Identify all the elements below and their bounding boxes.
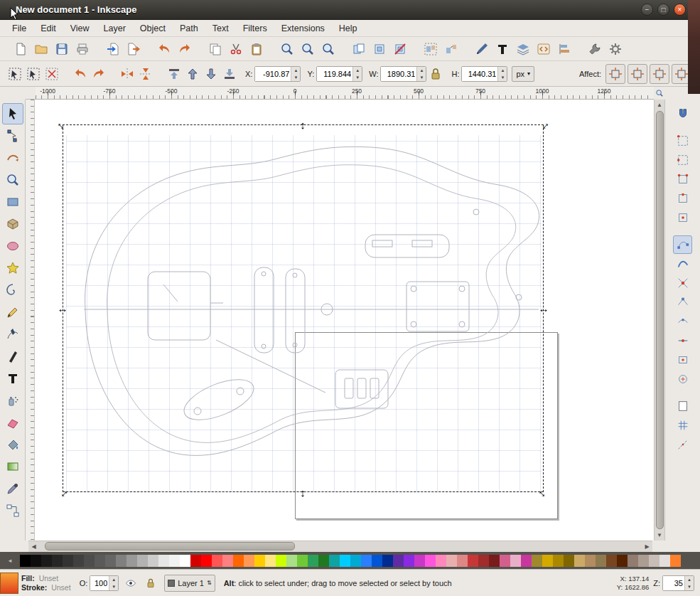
menu-path[interactable]: Path xyxy=(173,21,205,36)
new-document-button[interactable] xyxy=(10,38,31,59)
menu-edit[interactable]: Edit xyxy=(34,21,63,36)
box3d-tool[interactable] xyxy=(2,213,23,235)
snap-path-intersections-toggle[interactable] xyxy=(673,274,692,292)
palette-swatch[interactable] xyxy=(564,555,574,567)
connector-tool[interactable] xyxy=(2,500,23,521)
fill-stroke-indicator[interactable] xyxy=(0,573,18,594)
ellipse-tool[interactable] xyxy=(2,235,23,257)
export-button[interactable] xyxy=(123,38,144,59)
lower-button[interactable] xyxy=(202,65,220,83)
palette-swatch[interactable] xyxy=(404,555,414,567)
snap-nodes-toggle[interactable] xyxy=(673,235,692,254)
zoom-tool[interactable] xyxy=(2,169,23,191)
vertical-scrollbar[interactable]: ▲ ▼ xyxy=(654,100,664,541)
layers-dialog-button[interactable] xyxy=(512,38,533,59)
text-tool[interactable] xyxy=(2,368,23,389)
snap-guides-toggle[interactable] xyxy=(673,435,692,454)
palette-swatch[interactable] xyxy=(542,555,553,567)
canvas[interactable]: ↔ ↕ ↔ ↔ ↔ ↔ ↕ ↔ xyxy=(26,100,654,541)
ungroup-button[interactable] xyxy=(441,38,461,59)
lock-width-height-toggle[interactable] xyxy=(426,65,445,83)
palette-swatch[interactable] xyxy=(489,555,500,567)
spiral-tool[interactable] xyxy=(2,280,23,301)
palette-swatch[interactable] xyxy=(638,555,649,567)
palette-swatch[interactable] xyxy=(521,555,532,567)
rotate-ccw-button[interactable] xyxy=(71,65,90,83)
palette-swatch[interactable] xyxy=(670,555,681,567)
zoom-input[interactable]: ▲▼ xyxy=(662,575,694,591)
palette-swatch[interactable] xyxy=(286,555,297,567)
palette-swatch[interactable] xyxy=(148,555,158,567)
group-button[interactable] xyxy=(420,38,441,59)
height-input[interactable]: ▲▼ xyxy=(461,66,507,82)
palette-swatch[interactable] xyxy=(222,555,233,567)
palette-swatch[interactable] xyxy=(574,555,585,567)
copy-button[interactable] xyxy=(205,38,225,59)
duplicate-button[interactable] xyxy=(348,38,369,59)
palette-swatch[interactable] xyxy=(414,555,425,567)
horizontal-scroll-thumb[interactable] xyxy=(45,542,295,550)
palette-swatch[interactable] xyxy=(190,555,201,567)
scroll-up-arrow[interactable]: ▲ xyxy=(655,100,665,110)
palette-swatch[interactable] xyxy=(532,555,542,567)
cut-button[interactable] xyxy=(225,38,246,59)
palette-swatch[interactable] xyxy=(329,555,340,567)
paint-bucket-tool[interactable] xyxy=(2,434,23,455)
palette-swatch[interactable] xyxy=(372,555,382,567)
palette-swatch[interactable] xyxy=(297,555,308,567)
palette-swatch[interactable] xyxy=(73,555,84,567)
star-tool[interactable] xyxy=(2,257,23,279)
palette-swatch[interactable] xyxy=(553,555,564,567)
vertical-ruler[interactable] xyxy=(26,100,35,541)
open-document-button[interactable] xyxy=(31,38,51,59)
palette-swatch[interactable] xyxy=(361,555,372,567)
quick-zoom-button[interactable] xyxy=(654,87,664,100)
minimize-button[interactable]: − xyxy=(641,4,653,16)
palette-swatch[interactable] xyxy=(52,555,63,567)
palette-swatch[interactable] xyxy=(457,555,468,567)
align-dialog-button[interactable] xyxy=(554,38,574,59)
horizontal-ruler[interactable]: -1000-750-500-250025050075010001250 xyxy=(36,87,654,100)
width-input[interactable]: ▲▼ xyxy=(380,66,426,82)
palette-swatch[interactable] xyxy=(126,555,137,567)
layer-selector[interactable]: Layer 1 ⇅ xyxy=(164,575,215,592)
close-button[interactable]: × xyxy=(674,4,686,16)
scroll-left-arrow[interactable]: ◀ xyxy=(28,541,39,552)
palette-swatch[interactable] xyxy=(585,555,596,567)
palette-swatch[interactable] xyxy=(510,555,521,567)
fill-value[interactable]: Unset xyxy=(39,574,58,582)
snap-bbox-centers-toggle[interactable] xyxy=(673,208,692,227)
vertical-scroll-thumb[interactable] xyxy=(656,111,664,529)
text-dialog-button[interactable] xyxy=(492,38,512,59)
snap-bbox-corners-toggle[interactable] xyxy=(673,170,692,188)
palette-swatch[interactable] xyxy=(393,555,404,567)
snap-enable-toggle[interactable] xyxy=(673,105,692,123)
palette-swatch[interactable] xyxy=(63,555,73,567)
palette-swatch[interactable] xyxy=(169,555,180,567)
snap-page-border-toggle[interactable] xyxy=(673,397,692,415)
unlink-clone-button[interactable] xyxy=(389,38,410,59)
palette-swatch[interactable] xyxy=(137,555,148,567)
snap-grids-toggle[interactable] xyxy=(673,416,692,435)
calligraphy-tool[interactable] xyxy=(2,346,23,367)
palette-swatch[interactable] xyxy=(158,555,169,567)
palette-swatch[interactable] xyxy=(340,555,350,567)
scroll-right-arrow[interactable]: ▶ xyxy=(642,541,652,552)
x-input[interactable]: ▲▼ xyxy=(254,66,301,82)
input-devices-button[interactable] xyxy=(605,38,625,59)
snap-paths-toggle[interactable] xyxy=(673,255,692,273)
palette-scroll-left[interactable]: ◂ xyxy=(0,554,20,567)
select-all-layers-button[interactable] xyxy=(24,65,43,83)
affect-stroke-toggle[interactable] xyxy=(605,64,625,84)
eraser-tool[interactable] xyxy=(2,412,23,433)
palette-swatch[interactable] xyxy=(233,555,244,567)
affect-corners-toggle[interactable] xyxy=(628,64,647,84)
spray-tool[interactable] xyxy=(2,390,23,411)
palette-swatch[interactable] xyxy=(105,555,116,567)
import-button[interactable] xyxy=(102,38,123,59)
palette-swatch[interactable] xyxy=(649,555,659,567)
save-document-button[interactable] xyxy=(51,38,72,59)
palette-swatch[interactable] xyxy=(201,555,212,567)
affect-gradient-toggle[interactable] xyxy=(650,64,669,84)
palette-swatch[interactable] xyxy=(265,555,276,567)
